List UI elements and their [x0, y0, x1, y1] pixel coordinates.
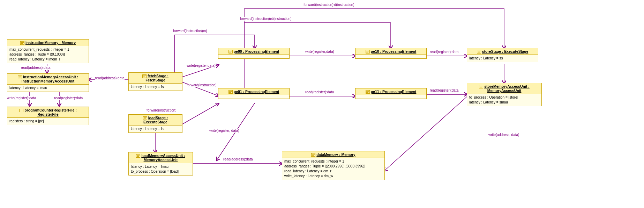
box-program-counter: programCounterRegisterFile : RegisterFil… [7, 107, 89, 125]
box-store-mau-body: to_process : Operation = [store] latency… [467, 94, 541, 106]
box-pe10-body [355, 55, 426, 58]
attr-3: read_latency : Latency = imem_r [9, 57, 87, 62]
box-title: pe00 : ProcessingElement [234, 49, 279, 53]
box-title: pe01 : ProcessingElement [234, 89, 279, 94]
box-icon [20, 41, 24, 45]
box-instruction-memory: instructionMemory : Memory max_concurren… [7, 39, 89, 63]
label-read-register-imau: read(register):data [54, 96, 83, 100]
box-load-stage: loadStage : ExecuteStage latency : Laten… [128, 114, 182, 133]
attr-1: latency : Latency = ss [469, 56, 536, 61]
box-title: instructionMemory : Memory [25, 41, 76, 45]
box-title: dataMemory : Memory [316, 152, 355, 157]
box-title: loadMemoryAccessUnit : [141, 153, 185, 158]
label-forward-long-3: forward(instruction) [173, 29, 203, 33]
label-write-reg-data-pe01: write(register, data) [209, 129, 239, 132]
box-load-mau: loadMemoryAccessUnit : MemoryAccessUnit … [128, 152, 193, 175]
box-instruction-mau-body: latency : Latency = imau [7, 85, 89, 92]
attr-2: address_ranges : Tuple = [(2000,2996),(3… [284, 164, 382, 169]
box-title: storeStage : ExecuteStage [482, 49, 528, 53]
box-fetch-stage-body: latency : Latency = fs [129, 84, 182, 91]
label-read-reg-pe01-pe11: read(register):data [305, 90, 334, 94]
box-instruction-memory-header: instructionMemory : Memory [7, 40, 89, 46]
box-pe01: pe01 : ProcessingElement [218, 88, 290, 99]
attr-4: write_latency : Latency = dm_w [284, 174, 382, 179]
box-pe01-header: pe01 : ProcessingElement [218, 88, 289, 95]
box-program-counter-body: registers : string = [pc] [7, 118, 89, 125]
box-pe11: pe11 : ProcessingElement [355, 88, 427, 99]
box-title: storeMemoryAccessUnit : [484, 84, 530, 88]
box-icon [229, 50, 233, 53]
box-pe00-body [218, 55, 289, 58]
box-load-mau-header: loadMemoryAccessUnit : MemoryAccessUnit [129, 152, 193, 163]
label-read-reg-pe10: read(register):data [430, 50, 458, 54]
box-title: instructionMemoryAccessUnit : [23, 75, 78, 79]
box-title: loadStage : [148, 116, 168, 120]
box-program-counter-header: programCounterRegisterFile : RegisterFil… [7, 107, 89, 118]
box-title: pe11 : ProcessingElement [371, 89, 417, 94]
box-store-mau: storeMemoryAccessUnit : MemoryAccessUnit… [467, 83, 542, 106]
box-icon [479, 85, 483, 88]
label-read-address: read(address):data [21, 66, 51, 70]
attr-1: latency : Latency = fs [131, 85, 180, 89]
attr-1: latency : Latency = ls [131, 127, 180, 131]
label-read-addr-load: read(address):data [223, 157, 253, 161]
attr-2: to_process : Operation = [load] [131, 169, 190, 174]
box-title: fetchStage : [148, 74, 169, 78]
label-forward-pe01: forward(instruction) [187, 83, 217, 87]
label-read-address-fetch: read(address):data [95, 76, 125, 80]
box-icon [311, 153, 315, 157]
box-icon [366, 90, 370, 94]
attr-1: latency : Latency = imau [9, 86, 87, 91]
label-write-addr-store: write(address, data) [488, 133, 519, 137]
box-pe10: pe10 : ProcessingElement [355, 48, 427, 59]
label-forward-pe00: write(register,data) [187, 64, 216, 67]
svg-line-16 [384, 96, 467, 171]
box-icon [19, 109, 23, 112]
box-pe00-header: pe00 : ProcessingElement [218, 48, 289, 55]
box-data-memory: dataMemory : Memory max_concurrent_reque… [282, 151, 385, 180]
attr-1: registers : string = [pc] [9, 119, 87, 124]
label-forward-long-2: forward(instruction) [240, 17, 270, 21]
box-data-memory-header: dataMemory : Memory [282, 151, 384, 158]
box-subtitle: InstructionMemoryAccessUnit [22, 79, 75, 83]
box-icon [229, 90, 233, 94]
box-fetch-stage: fetchStage : FetchStage latency : Latenc… [128, 72, 182, 91]
box-data-memory-body: max_concurrent_requests : integer = 1 ad… [282, 158, 384, 180]
svg-line-7 [182, 103, 219, 124]
attr-1: to_process : Operation = [store] [469, 95, 539, 100]
attr-2: latency : Latency = smau [469, 100, 539, 105]
box-pe11-body [355, 95, 426, 99]
box-icon [477, 50, 481, 53]
box-instruction-mau-header: instructionMemoryAccessUnit : Instructio… [7, 74, 89, 85]
attr-3: read_latency : Latency = dm_r [284, 169, 382, 174]
box-pe01-body [218, 95, 289, 99]
box-icon [136, 154, 140, 158]
box-instruction-memory-body: max_concurrent_requests : integer = 1 ad… [7, 46, 89, 63]
box-title: programCounterRegisterFile : [24, 108, 76, 112]
label-write-register: write(register):data [7, 96, 36, 100]
box-subtitle: RegisterFile [37, 112, 58, 116]
box-icon [142, 74, 147, 78]
box-instruction-mau: instructionMemoryAccessUnit : Instructio… [7, 73, 89, 92]
box-load-stage-body: latency : Latency = ls [129, 125, 182, 132]
box-load-stage-header: loadStage : ExecuteStage [129, 115, 182, 125]
box-store-stage-header: storeStage : ExecuteStage [467, 48, 538, 55]
box-icon [18, 76, 22, 79]
attr-1: max_concurrent_requests : integer = 1 [9, 47, 87, 52]
box-pe11-header: pe11 : ProcessingElement [355, 88, 426, 95]
label-read-reg-pe11: read(register):data [430, 88, 458, 92]
box-fetch-stage-header: fetchStage : FetchStage [129, 73, 182, 84]
attr-2: address_ranges : Tuple = [(0,1000)] [9, 52, 87, 57]
box-subtitle: ExecuteStage [143, 120, 167, 124]
label-write-reg-data-top: write(register,data) [305, 50, 334, 53]
box-title: pe10 : ProcessingElement [371, 49, 417, 53]
box-subtitle: MemoryAccessUnit [487, 88, 521, 93]
box-subtitle: MemoryAccessUnit [144, 158, 178, 162]
box-icon [366, 50, 370, 53]
label-forward-load: forward(instruction) [147, 108, 177, 112]
box-pe00: pe00 : ProcessingElement [218, 48, 290, 59]
box-subtitle: FetchStage [145, 78, 165, 82]
attr-1: max_concurrent_requests : integer = 1 [284, 159, 382, 164]
label-forward-long-top: forward(instruction) [304, 3, 334, 7]
box-store-stage: storeStage : ExecuteStage latency : Late… [467, 48, 538, 62]
